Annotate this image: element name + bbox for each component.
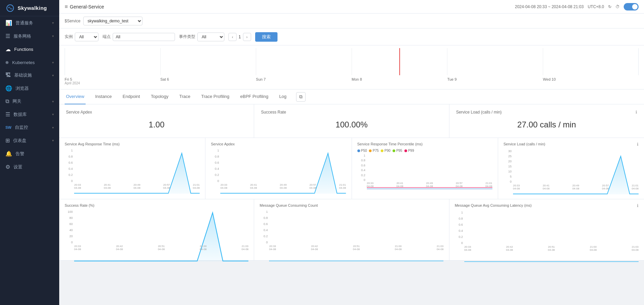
- chart-svg-mq-latency: [464, 211, 639, 262]
- sidebar-item-browser[interactable]: 🌐 浏览器: [0, 82, 59, 95]
- tab-topology[interactable]: Topology: [150, 89, 170, 104]
- chevron-icon-8: ▾: [52, 126, 54, 129]
- service-select-wrapper[interactable]: skywalking_demo_test: [83, 17, 142, 25]
- kpi-apdex-value: 1.00: [66, 117, 247, 132]
- legend-dot-p75: [369, 149, 372, 152]
- tab-instance[interactable]: Instance: [94, 89, 113, 104]
- chart-load-title: Service Load (calls / min) ℹ: [504, 142, 639, 147]
- chart-percentile: Service Response Time Percentile (ms) P5…: [352, 138, 498, 199]
- endpoint-filter-label: 端点: [103, 34, 111, 40]
- charts-row-2: Success Rate (%) 100806040200: [59, 199, 644, 261]
- sidebar-item-database[interactable]: ☰ 数据库 ▾: [0, 108, 59, 121]
- tab-trace[interactable]: Trace: [178, 89, 192, 104]
- sidebar-label-alert: 告警: [16, 151, 54, 157]
- tab-ebpf-profiling[interactable]: eBPF Profiling: [239, 89, 270, 104]
- bar-chart-icon: 📊: [5, 20, 12, 26]
- tab-overview[interactable]: Overview: [65, 89, 86, 104]
- legend-dot-p99: [404, 149, 407, 152]
- event-type-label: 事件类型: [179, 34, 195, 40]
- info-icon-load[interactable]: ℹ: [636, 110, 637, 115]
- endpoint-input[interactable]: [113, 33, 175, 41]
- chart-xaxis-mq-latency: 20:3304-08 20:4204-08 20:5104-08 21:0004…: [464, 245, 639, 251]
- instance-select-wrapper[interactable]: All: [75, 33, 98, 41]
- info-icon-mq-latency[interactable]: ℹ: [637, 203, 639, 208]
- logo-area: Skywalking: [0, 0, 59, 16]
- chart-xaxis-apdex: 20:3304-08 20:4104-08 20:4904-08 20:5704…: [220, 183, 346, 189]
- timezone: UTC+8.0: [588, 4, 604, 9]
- chart-mq-latency-title: Message Queue Avg Consuming Latency (ms)…: [455, 203, 639, 208]
- page-number: 1: [239, 35, 241, 39]
- sidebar-item-infrastructure[interactable]: 🏗 基础设施 ▾: [0, 69, 59, 82]
- timeline-current-marker: [399, 48, 400, 75]
- kpi-success-value: 100.00%: [261, 117, 442, 132]
- info-icon-chart-load[interactable]: ℹ: [637, 142, 639, 147]
- sidebar-item-settings[interactable]: ⚙ 设置: [0, 160, 59, 174]
- page-title: General-Service: [70, 4, 104, 9]
- chevron-icon-3: ▾: [52, 61, 54, 64]
- chart-apdex-title: Service Apdex: [211, 142, 346, 146]
- timeline-label-5: Wed 10: [543, 77, 639, 85]
- sidebar-item-dashboard[interactable]: ⊞ 仪表盘 ▾: [0, 134, 59, 147]
- chart-avg-response-title: Service Avg Response Time (ms): [65, 142, 200, 146]
- sidebar-label-database: 数据库: [14, 111, 49, 118]
- menu-icon: ≡: [65, 4, 68, 10]
- service-label: $Service: [65, 19, 81, 23]
- chart-yaxis-avg-response: 10.80.60.40.20: [65, 149, 73, 183]
- timeline-col-5: [543, 48, 639, 75]
- sidebar-item-functions[interactable]: ☁ Functions: [0, 43, 59, 56]
- chart-xaxis-percentile: 20:3304-08 20:4104-08 20:4904-08 20:5704…: [367, 182, 492, 188]
- chart-success-title: Success Rate (%): [65, 203, 248, 207]
- instance-select[interactable]: All: [75, 33, 98, 41]
- tab-trace-profiling[interactable]: Trace Profiling: [200, 89, 230, 104]
- main-content: ≡ General-Service 2024-04-08 20:33 ~ 202…: [59, 0, 644, 305]
- chart-yaxis-mq-latency: 10.80.60.40.20: [455, 211, 463, 245]
- chart-percentile-title: Service Response Time Percentile (ms): [357, 142, 492, 146]
- next-page-button[interactable]: ›: [243, 33, 251, 41]
- chart-area-success-rate: 100806040200 20:3304-08: [65, 210, 248, 251]
- timer-icon[interactable]: ⏱: [616, 4, 620, 9]
- tab-log[interactable]: Log: [278, 89, 288, 104]
- timeline-col-3: [352, 48, 448, 75]
- kpi-success-title: Success Rate: [261, 110, 442, 115]
- legend-dot-p50: [357, 149, 360, 152]
- page-nav: ‹ 1 ›: [228, 33, 251, 41]
- gateway-icon: ⧉: [5, 98, 9, 104]
- reload-icon[interactable]: ↻: [608, 4, 612, 9]
- sw-icon: SW: [5, 125, 12, 129]
- sidebar-item-kubernetes[interactable]: ⎈ Kubernetes ▾: [0, 56, 59, 69]
- sidebar-item-general-service[interactable]: 📊 普通服务 ▾: [0, 16, 59, 29]
- chevron-icon-7: ▾: [52, 113, 54, 116]
- kpi-success-rate: Success Rate 100.00%: [254, 104, 449, 138]
- legend-dot-p95: [393, 149, 395, 152]
- legend-p75: P75: [369, 149, 379, 152]
- tab-endpoint[interactable]: Endpoint: [121, 89, 141, 104]
- sidebar-item-gateway[interactable]: ⧉ 网关 ▾: [0, 95, 59, 108]
- toggle-switch[interactable]: [624, 3, 639, 11]
- top-bar: ≡ General-Service 2024-04-08 20:33 ~ 202…: [59, 0, 644, 14]
- event-type-select[interactable]: All: [197, 33, 224, 41]
- timeline-labels: Fri 5 April 2024 Sat 6 Sun 7 Mon 8 Tue 9…: [65, 77, 639, 85]
- sidebar-item-self-monitor[interactable]: SW 自监控 ▾: [0, 121, 59, 134]
- settings-icon: ⚙: [5, 164, 10, 170]
- sidebar-item-alert[interactable]: 🔔 告警: [0, 147, 59, 160]
- service-select[interactable]: skywalking_demo_test: [83, 17, 142, 25]
- search-button[interactable]: 搜索: [255, 32, 277, 42]
- copy-tab-icon[interactable]: ⧉: [296, 92, 306, 102]
- legend-p50: P50: [357, 149, 367, 152]
- timeline-day-3: Mon 8: [352, 77, 447, 81]
- dashboard-icon: ⊞: [5, 137, 10, 144]
- mesh-icon: ☰: [5, 33, 10, 39]
- chevron-icon-4: ▾: [52, 74, 54, 77]
- sidebar-label-infrastructure: 基础设施: [14, 72, 49, 78]
- chart-area-avg-response: 10.80.60.40.20 20:3304-08: [65, 149, 200, 189]
- infra-icon: 🏗: [5, 72, 11, 78]
- chart-mq-count: Message Queue Consuming Count 10.80.60.4…: [254, 199, 449, 260]
- event-type-select-wrapper[interactable]: All: [197, 33, 224, 41]
- sidebar-item-service-mesh[interactable]: ☰ 服务网格 ▾: [0, 29, 59, 43]
- kpi-service-apdex: Service Apdex 1.00: [59, 104, 254, 138]
- prev-page-button[interactable]: ‹: [228, 33, 237, 41]
- timeline-label-1: Sat 6: [160, 77, 256, 85]
- timeline-grid: [65, 48, 639, 75]
- page-title-area: ≡ General-Service: [65, 4, 104, 10]
- timeline-day-4: Tue 9: [447, 77, 543, 81]
